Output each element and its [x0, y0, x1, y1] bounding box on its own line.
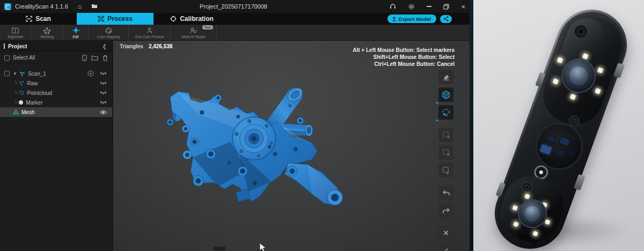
delete-selection-button[interactable]: [438, 163, 453, 178]
tool-mesh-ai-repair[interactable]: Test Mesh AI Repair: [171, 25, 217, 41]
viewport-toolbar: ✕ ✓: [438, 70, 453, 251]
share-icon: [443, 16, 449, 21]
redo-button[interactable]: [438, 203, 453, 218]
scanner-product-photo: [470, 0, 644, 251]
tool-one-click-process[interactable]: One-Click Process: [129, 25, 171, 41]
visibility-closed-eye-icon[interactable]: [100, 71, 107, 76]
restore-button[interactable]: [443, 4, 449, 10]
tree-row-pointcloud[interactable]: └ Pointcloud: [0, 88, 112, 98]
mouse-cursor: [259, 242, 267, 251]
select-all-checkbox[interactable]: [4, 55, 10, 61]
app-logo-icon: [4, 3, 11, 10]
visibility-closed-eye-icon[interactable]: [100, 100, 107, 105]
bottom-panel-chip[interactable]: [214, 247, 225, 250]
tab-process[interactable]: Process: [77, 13, 153, 25]
scan-group-icon: [19, 71, 25, 77]
tool-color-mapping[interactable]: Color Mapping: [89, 25, 129, 41]
visibility-closed-eye-icon[interactable]: [100, 81, 107, 85]
export-model-button[interactable]: Export Model: [387, 14, 436, 23]
tree-row-mesh[interactable]: Mesh: [0, 107, 112, 117]
crealityscan-window: CrealityScan 4 1.1.6 ⌂ Project_202507171…: [0, 0, 470, 251]
tool-edit[interactable]: Edit: [63, 25, 89, 41]
title-bar: CrealityScan 4 1.1.6 ⌂ Project_202507171…: [0, 0, 470, 13]
tool-alignment[interactable]: Alignment: [0, 25, 31, 41]
collapse-panel-icon[interactable]: ❮: [103, 43, 107, 49]
lasso-select-tool-button[interactable]: [438, 105, 453, 120]
play-button[interactable]: [87, 70, 94, 77]
delete-trash-icon[interactable]: [103, 55, 108, 61]
settings-gear-icon[interactable]: [408, 3, 415, 10]
undo-button[interactable]: [438, 186, 453, 200]
folder-icon[interactable]: [91, 3, 98, 10]
mesh-icon: [13, 109, 19, 115]
process-toolbar: Alignment Meshing Edit Color Mapping One…: [0, 25, 470, 41]
device-icon[interactable]: [82, 55, 87, 61]
tab-calibration[interactable]: Calibration: [153, 13, 230, 25]
upload-icon: [392, 17, 397, 21]
eraser-tool-button[interactable]: [438, 70, 453, 84]
minimize-button[interactable]: [427, 6, 431, 7]
cube-select-tool-button[interactable]: [438, 87, 453, 102]
export-folder-icon[interactable]: [91, 55, 98, 61]
cancel-selection-button[interactable]: ✕: [438, 226, 453, 240]
screenshot-root: CrealityScan 4 1.1.6 ⌂ Project_202507171…: [0, 0, 644, 251]
close-button[interactable]: ×: [461, 3, 465, 10]
project-title: Project_20250717170008: [200, 3, 267, 10]
select-remove-button[interactable]: [438, 145, 453, 160]
pointcloud-icon: [19, 90, 24, 95]
scan1-checkbox[interactable]: [4, 71, 10, 76]
tree-row-raw[interactable]: └ Raw: [0, 78, 112, 88]
app-name: CrealityScan 4 1.1.6: [15, 3, 68, 10]
tool-meshing[interactable]: Meshing: [31, 25, 63, 41]
visibility-closed-eye-icon[interactable]: [100, 91, 107, 95]
home-icon[interactable]: ⌂: [78, 3, 82, 10]
select-add-button[interactable]: [438, 128, 453, 142]
confirm-selection-button[interactable]: ✓: [438, 243, 453, 251]
test-badge: Test: [202, 25, 213, 29]
support-headset-icon[interactable]: [390, 3, 396, 10]
tree-row-marker[interactable]: └ Marker: [0, 98, 112, 107]
project-panel-title: Project: [8, 43, 103, 49]
tab-scan[interactable]: Scan: [0, 13, 77, 25]
3d-scanner-device: [485, 0, 636, 251]
select-all-row[interactable]: Select All: [0, 52, 112, 64]
tree-row-scan1[interactable]: ▼ Scan_1: [0, 69, 112, 78]
share-button[interactable]: [440, 15, 452, 23]
photo-left-edge: [470, 0, 473, 251]
raw-data-icon: [19, 80, 24, 86]
project-panel: Project ❮ Select All ▼ Scan_1: [0, 41, 113, 251]
project-panel-header: Project ❮: [0, 41, 112, 52]
scanned-mesh-model: [113, 41, 470, 251]
marker-icon: [19, 100, 23, 105]
expand-caret-icon[interactable]: ▼: [13, 71, 17, 76]
visibility-open-eye-icon[interactable]: [100, 110, 107, 115]
3d-viewport[interactable]: Triangles 2,426,538 Alt + Left Mouse But…: [113, 41, 470, 251]
